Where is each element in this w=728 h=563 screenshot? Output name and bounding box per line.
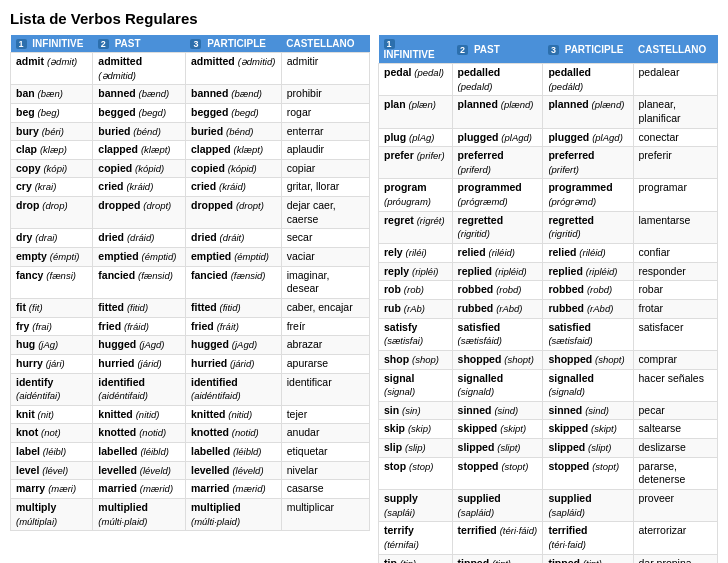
cell-participle: levelled (léveld) xyxy=(185,461,281,480)
cell-past: supplied (sapláid) xyxy=(452,490,543,522)
cell-castellano: gritar, llorar xyxy=(281,178,369,197)
cell-castellano: nivelar xyxy=(281,461,369,480)
cell-past: banned (bænd) xyxy=(93,85,186,104)
cell-infinitive: rely (riléi) xyxy=(379,244,453,263)
table-row: rub (rAb)rubbed (rAbd)rubbed (rAbd)frota… xyxy=(379,299,718,318)
cell-past: regretted (rigritid) xyxy=(452,211,543,243)
table-row: prefer (prifer)preferred (priferd)prefer… xyxy=(379,147,718,179)
cell-participle: tipped (tipt) xyxy=(543,554,633,563)
cell-past: clapped (klæpt) xyxy=(93,141,186,160)
cell-participle: pedalled (pedáld) xyxy=(543,64,633,96)
cell-past: pedalled (pedald) xyxy=(452,64,543,96)
table-row: satisfy (sætisfai)satisfied (sætisfáid)s… xyxy=(379,318,718,350)
cell-participle: emptied (émptid) xyxy=(185,248,281,267)
right-col-past-header: 2 PAST xyxy=(452,35,543,64)
col-infinitive-header: 1 INFINITIVE xyxy=(11,35,93,53)
cell-infinitive: hurry (jári) xyxy=(11,354,93,373)
cell-infinitive: multiply (múltiplai) xyxy=(11,499,93,531)
cell-castellano: dar propina xyxy=(633,554,717,563)
right-col-castellano-header: CASTELLANO xyxy=(633,35,717,64)
cell-past: plugged (plAgd) xyxy=(452,128,543,147)
cell-infinitive: fit (fit) xyxy=(11,298,93,317)
table-row: marry (mæri)married (mærid)married (mæri… xyxy=(11,480,370,499)
table-row: pedal (pedal)pedalled (pedald)pedalled (… xyxy=(379,64,718,96)
cell-infinitive: marry (mæri) xyxy=(11,480,93,499)
cell-participle: signalled (signald) xyxy=(543,369,633,401)
cell-past: begged (begd) xyxy=(93,103,186,122)
table-row: fancy (fænsi)fancied (fænsid)fancied (fæ… xyxy=(11,266,370,298)
cell-participle: programmed (prógrəmd) xyxy=(543,179,633,211)
cell-participle: regretted (rigritid) xyxy=(543,211,633,243)
cell-past: stopped (stopt) xyxy=(452,457,543,489)
cell-participle: fancied (fænsid) xyxy=(185,266,281,298)
table-row: copy (kópi)copied (kópid)copied (kópid)c… xyxy=(11,159,370,178)
cell-participle: satisfied (sætisfaid) xyxy=(543,318,633,350)
cell-castellano: tejer xyxy=(281,405,369,424)
cell-participle: plugged (plAgd) xyxy=(543,128,633,147)
cell-past: buried (bénd) xyxy=(93,122,186,141)
table-row: multiply (múltiplai)multiplied (múlti·pl… xyxy=(11,499,370,531)
cell-participle: admitted (ədmitid) xyxy=(185,53,281,85)
cell-participle: hurried (járid) xyxy=(185,354,281,373)
table-row: hug (jAg)hugged (jAgd)hugged (jAgd)abraz… xyxy=(11,336,370,355)
cell-past: knotted (notid) xyxy=(93,424,186,443)
cell-infinitive: signal (signal) xyxy=(379,369,453,401)
cell-castellano: freír xyxy=(281,317,369,336)
cell-participle: married (mærid) xyxy=(185,480,281,499)
cell-infinitive: ban (bæn) xyxy=(11,85,93,104)
cell-past: dropped (dropt) xyxy=(93,197,186,229)
table-row: hurry (jári)hurried (járid)hurried (jári… xyxy=(11,354,370,373)
table-row: reply (ripléi)replied (ripléid)replied (… xyxy=(379,262,718,281)
cell-infinitive: empty (émpti) xyxy=(11,248,93,267)
cell-participle: begged (begd) xyxy=(185,103,281,122)
cell-participle: knitted (nitid) xyxy=(185,405,281,424)
cell-participle: shopped (shopt) xyxy=(543,350,633,369)
cell-castellano: aplaudir xyxy=(281,141,369,160)
cell-past: slipped (slipt) xyxy=(452,439,543,458)
cell-participle: knotted (notid) xyxy=(185,424,281,443)
cell-participle: clapped (klæpt) xyxy=(185,141,281,160)
cell-castellano: conectar xyxy=(633,128,717,147)
table-row: knot (not)knotted (notid)knotted (notid)… xyxy=(11,424,370,443)
cell-past: cried (kráid) xyxy=(93,178,186,197)
cell-castellano: etiquetar xyxy=(281,443,369,462)
left-table: 1 INFINITIVE 2 PAST 3 PARTICIPLE CASTELL… xyxy=(10,35,370,531)
cell-castellano: proveer xyxy=(633,490,717,522)
cell-castellano: dejar caer, caerse xyxy=(281,197,369,229)
cell-past: signalled (signald) xyxy=(452,369,543,401)
table-row: plug (plAg)plugged (plAgd)plugged (plAgd… xyxy=(379,128,718,147)
cell-past: hurried (járid) xyxy=(93,354,186,373)
table-row: program (próugram)programmed (prógræmd)p… xyxy=(379,179,718,211)
cell-past: replied (ripléid) xyxy=(452,262,543,281)
table-row: beg (beg)begged (begd)begged (begd)rogar xyxy=(11,103,370,122)
cell-infinitive: admit (ədmit) xyxy=(11,53,93,85)
cell-castellano: comprar xyxy=(633,350,717,369)
cell-past: knitted (nitid) xyxy=(93,405,186,424)
cell-participle: copied (kópid) xyxy=(185,159,281,178)
cell-infinitive: identify (aidéntifai) xyxy=(11,373,93,405)
tables-container: 1 INFINITIVE 2 PAST 3 PARTICIPLE CASTELL… xyxy=(10,35,718,563)
table-row: empty (émpti)emptied (émptid)emptied (ém… xyxy=(11,248,370,267)
table-row: shop (shop)shopped (shopt)shopped (shopt… xyxy=(379,350,718,369)
cell-infinitive: prefer (prifer) xyxy=(379,147,453,179)
cell-castellano: pecar xyxy=(633,401,717,420)
right-col-infinitive-header: 1 INFINITIVE xyxy=(379,35,453,64)
table-row: drop (drop)dropped (dropt)dropped (dropt… xyxy=(11,197,370,229)
cell-participle: fitted (fitid) xyxy=(185,298,281,317)
table-row: knit (nit)knitted (nitid)knitted (nitid)… xyxy=(11,405,370,424)
cell-past: rubbed (rAbd) xyxy=(452,299,543,318)
cell-past: skipped (skipt) xyxy=(452,420,543,439)
cell-participle: multiplied (múlti·plaid) xyxy=(185,499,281,531)
table-row: clap (klæp)clapped (klæpt)clapped (klæpt… xyxy=(11,141,370,160)
cell-castellano: admitir xyxy=(281,53,369,85)
cell-castellano: pararse, detenerse xyxy=(633,457,717,489)
cell-castellano: programar xyxy=(633,179,717,211)
cell-past: tipped (tipt) xyxy=(452,554,543,563)
cell-castellano: deslizarse xyxy=(633,439,717,458)
cell-participle: cried (kráid) xyxy=(185,178,281,197)
cell-infinitive: stop (stop) xyxy=(379,457,453,489)
cell-past: preferred (priferd) xyxy=(452,147,543,179)
col-castellano-header: CASTELLANO xyxy=(281,35,369,53)
cell-participle: terrified (téri·faid) xyxy=(543,522,633,554)
cell-participle: replied (ripléid) xyxy=(543,262,633,281)
